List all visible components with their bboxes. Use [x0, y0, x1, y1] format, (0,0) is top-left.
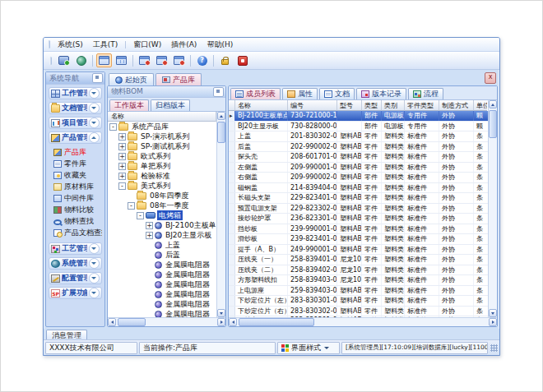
- chevron-down-icon[interactable]: [89, 118, 100, 128]
- table-horizontal-scrollbar[interactable]: [229, 317, 497, 326]
- tree-node[interactable]: -美式系列: [108, 181, 216, 191]
- sidebar-item-parts-library[interactable]: 零件库: [49, 159, 102, 169]
- sidebar-item-product-doc-search[interactable]: 产品文档查找: [49, 228, 102, 238]
- table-row[interactable]: 压线夹（二）258-839402-00I尼龙1010零件塑料类标准件外协条: [229, 265, 488, 276]
- close-icon[interactable]: x: [485, 72, 496, 84]
- table-row[interactable]: 方形塑料线扣258-839403-00I尼龙1010零件塑料类标准件外协条: [229, 275, 488, 286]
- table-row[interactable]: 探头壳208-601701-01I塑料ABS零件塑料类标准件外协条: [229, 152, 488, 163]
- tree-node[interactable]: 金属膜电阻器: [108, 279, 216, 289]
- new-window-button[interactable]: [96, 53, 112, 67]
- column-header[interactable]: 编号: [288, 100, 337, 111]
- expander-minus-icon[interactable]: -: [137, 212, 144, 219]
- tree-node[interactable]: +SP-测试机系列: [108, 141, 216, 151]
- table-row[interactable]: 下纱定位片（右）283-830302-00I塑料ABS零件塑料类标准件外协条: [229, 307, 488, 317]
- scroll-thumb[interactable]: [239, 318, 314, 326]
- tree-horizontal-scrollbar[interactable]: [108, 317, 225, 326]
- help-button[interactable]: [194, 53, 210, 67]
- column-header[interactable]: 零件类型: [405, 100, 439, 111]
- chevron-down-icon[interactable]: [89, 103, 100, 113]
- window-close-button[interactable]: [137, 53, 152, 67]
- sidebar-item-material-search[interactable]: 物料查找: [49, 216, 102, 227]
- ui-style-dropdown[interactable]: 界面样式: [277, 342, 340, 354]
- table-row[interactable]: BJ20主显示板730-828000-04I部件电源板专用件外协颗: [229, 122, 488, 132]
- chevron-down-icon[interactable]: [89, 243, 100, 254]
- table-row[interactable]: 左侧盖209-990001-01I塑料ABS零件塑料类标准件外协条: [229, 163, 488, 173]
- tab-version-history[interactable]: 版本记录: [356, 88, 406, 99]
- chevron-down-icon[interactable]: [89, 258, 100, 269]
- column-header[interactable]: 名称: [235, 100, 288, 111]
- chevron-down-icon[interactable]: [89, 88, 100, 99]
- scroll-up-icon[interactable]: [489, 100, 497, 108]
- menu-item-system[interactable]: 系统(S): [53, 39, 88, 51]
- resize-grip[interactable]: [490, 344, 498, 352]
- tree-node[interactable]: -08年一季度: [108, 201, 216, 210]
- chevron-down-icon[interactable]: [89, 288, 100, 298]
- table-row[interactable]: 上盖201-830302-00I塑料ABS零件塑料类标准件外协条: [229, 131, 488, 142]
- tree-node[interactable]: 金属膜电阻器: [108, 309, 216, 317]
- sidebar-group-process-mgmt[interactable]: 工艺管理: [49, 242, 102, 255]
- table-row[interactable]: 上电源座259-839403-00I塑料ABS零件塑料类标准件外协条: [229, 286, 488, 297]
- chevron-up-icon[interactable]: [89, 132, 100, 143]
- table-row[interactable]: 长磁头支架229-823401-00I塑料ABS零件塑料类标准件外协条: [229, 193, 488, 204]
- sidebar-group-product-mgmt[interactable]: 产品管理: [49, 131, 102, 144]
- tree-node[interactable]: 金属膜电阻器: [108, 270, 216, 279]
- table-row[interactable]: 接纱轮护罩236-823301-00I塑料ABS零件塑料类标准件外协条: [229, 214, 488, 224]
- table-row[interactable]: 预置电源支架229-823302-00I塑料ABS零件塑料类标准件外协条: [229, 204, 488, 214]
- menu-item-plugins[interactable]: 插件(A): [166, 39, 202, 51]
- sidebar-item-product-library[interactable]: 产品库: [49, 147, 102, 158]
- scroll-left-icon[interactable]: [108, 318, 116, 326]
- tree-node[interactable]: +BJ20主显示板: [108, 230, 216, 240]
- column-header[interactable]: 单位: [474, 100, 487, 111]
- scroll-track[interactable]: [116, 318, 217, 326]
- sidebar-item-intermediate-library[interactable]: 中间件库: [49, 193, 102, 204]
- chevron-down-icon[interactable]: [89, 273, 100, 284]
- tab-workflow[interactable]: 流程: [408, 88, 443, 99]
- table-row[interactable]: 压线夹（一）258-839401-00I尼龙1010零件塑料类标准件外协条: [229, 255, 488, 265]
- pin-icon[interactable]: [92, 73, 103, 83]
- tree-node[interactable]: 金属膜电阻器: [108, 289, 216, 299]
- tree-node[interactable]: -电烤箱: [108, 210, 216, 220]
- expander-plus-icon[interactable]: +: [146, 222, 153, 229]
- column-header[interactable]: 型号: [337, 100, 362, 111]
- expander-plus-icon[interactable]: +: [146, 232, 153, 239]
- table-row[interactable]: 下纱定位片（左）283-830301-00I塑料ABS零件塑料类标准件外协条: [229, 296, 488, 307]
- sidebar-group-extensions[interactable]: 扩展功能: [49, 287, 102, 299]
- table-row[interactable]: 滑纱板239-823401-00I塑料ABS零件塑料类标准件外协条: [229, 234, 488, 245]
- power-button[interactable]: [234, 53, 250, 67]
- scroll-thumb[interactable]: [217, 122, 225, 143]
- column-header[interactable]: 制造方式: [439, 100, 474, 111]
- menubar-grip[interactable]: [48, 40, 50, 48]
- tree-node[interactable]: +检验标准: [108, 171, 216, 181]
- tree-node[interactable]: +BJ-2100主板单点: [108, 220, 216, 230]
- scroll-down-icon[interactable]: [489, 309, 497, 317]
- menu-item-window[interactable]: 窗口(W): [128, 39, 166, 51]
- toolbar-grip[interactable]: [49, 57, 52, 65]
- tree-node[interactable]: -系统产品库: [108, 122, 216, 131]
- tab-archive-version[interactable]: 归档版本: [151, 99, 190, 111]
- table-row[interactable]: 提手（A、B）249-990001-01I塑料ABS零件塑料类标准件外协条: [229, 245, 488, 256]
- tab-documents[interactable]: 文档: [319, 88, 355, 99]
- scroll-down-icon[interactable]: [217, 309, 225, 317]
- desktop-button[interactable]: [56, 53, 72, 67]
- scroll-thumb[interactable]: [489, 110, 497, 138]
- tree-node[interactable]: 金属膜电阻器: [108, 260, 216, 270]
- tab-work-version[interactable]: 工作版本: [109, 99, 149, 111]
- sidebar-group-system-mgmt[interactable]: 系统管理: [49, 257, 102, 270]
- table-row[interactable]: 后盖202-990002-01I塑料ABS零件塑料类标准件外协条: [229, 142, 488, 153]
- column-header[interactable]: 类型: [362, 100, 382, 111]
- expander-plus-icon[interactable]: +: [118, 173, 126, 180]
- tree-node[interactable]: 后盖: [108, 250, 216, 260]
- scroll-up-icon[interactable]: [217, 112, 225, 120]
- expander-plus-icon[interactable]: +: [118, 153, 126, 160]
- tree-node[interactable]: +欧式系列: [108, 151, 216, 161]
- scroll-track[interactable]: [489, 108, 497, 309]
- tab-start-page[interactable]: 起始页: [109, 73, 154, 85]
- expander-plus-icon[interactable]: +: [118, 133, 126, 141]
- sidebar-group-doc-mgmt[interactable]: 文档管理: [49, 102, 102, 114]
- sidebar-item-raw-material-library[interactable]: 原材料库: [49, 182, 102, 192]
- window-columns-button[interactable]: [114, 53, 129, 67]
- expander-plus-icon[interactable]: +: [118, 143, 126, 150]
- scroll-right-icon[interactable]: [489, 318, 497, 326]
- sidebar-item-favorites[interactable]: 收藏夹: [49, 170, 102, 181]
- expander-plus-icon[interactable]: +: [118, 163, 126, 170]
